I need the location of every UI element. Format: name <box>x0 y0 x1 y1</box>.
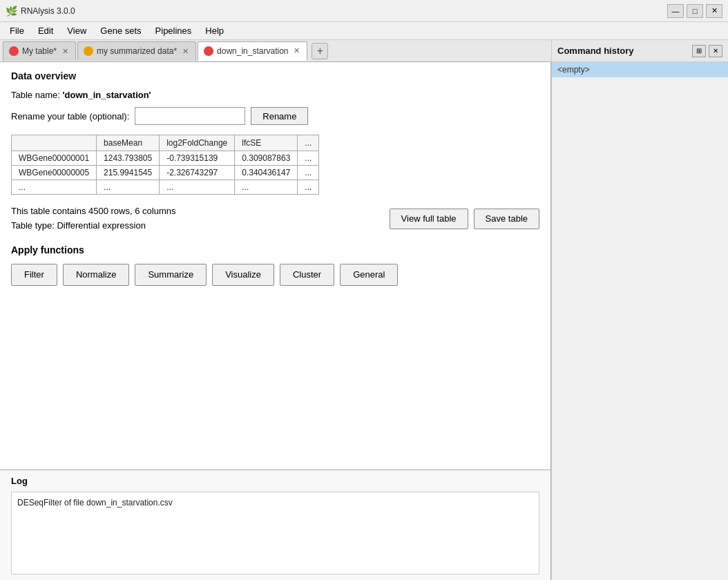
log-content: DESeqFilter of file down_in_starvation.c… <box>11 492 539 574</box>
save-table-button[interactable]: Save table <box>474 209 539 229</box>
content-area: Data overview Table name: 'down_in_starv… <box>0 62 551 580</box>
tab-summarized-label: my summarized data* <box>97 46 177 56</box>
cell-log2fc2: -2.326743297 <box>160 166 235 180</box>
command-history-header: Command history ⊞ ✕ <box>552 40 728 62</box>
filter-button[interactable]: Filter <box>11 264 57 286</box>
table-info-row: This table contains 4500 rows, 6 columns… <box>11 204 539 233</box>
menu-help[interactable]: Help <box>198 24 231 37</box>
cell-basemean1: 1243.793805 <box>97 151 160 166</box>
minimize-button[interactable]: — <box>667 4 684 18</box>
command-history-close-button[interactable]: ✕ <box>709 45 722 57</box>
col-header-empty <box>12 135 97 151</box>
table-row: ... ... ... ... ... <box>12 180 319 195</box>
menu-edit[interactable]: Edit <box>31 24 60 37</box>
cell-more2: ... <box>298 166 319 180</box>
rename-row: Rename your table (optional): Rename <box>11 107 539 125</box>
cell-ellipsis4: ... <box>298 180 319 195</box>
rename-button[interactable]: Rename <box>251 107 308 125</box>
rename-label: Rename your table (optional): <box>11 111 129 122</box>
summarize-button[interactable]: Summarize <box>135 264 207 286</box>
command-history-controls: ⊞ ✕ <box>692 45 722 57</box>
col-header-more: ... <box>298 135 319 151</box>
cluster-button[interactable]: Cluster <box>280 264 334 286</box>
apply-functions-title: Apply functions <box>11 244 539 255</box>
main-layout: My table* ✕ my summarized data* ✕ down_i… <box>0 40 728 580</box>
col-header-log2foldchange: log2FoldChange <box>160 135 235 151</box>
tab-summarized-data[interactable]: my summarized data* ✕ <box>77 41 196 61</box>
tab-starvation-icon <box>204 46 213 56</box>
command-history-panel: Command history ⊞ ✕ <empty> <box>551 40 728 580</box>
table-name-value: 'down_in_starvation' <box>62 90 151 100</box>
app-title: RNAlysis 3.0.0 <box>21 6 667 16</box>
normalize-button[interactable]: Normalize <box>63 264 130 286</box>
window-controls: — □ ✕ <box>667 4 722 18</box>
cell-ellipsis0: ... <box>12 180 97 195</box>
cell-basemean2: 215.9941545 <box>97 166 160 180</box>
tab-starvation-close[interactable]: ✕ <box>292 46 301 55</box>
cell-ellipsis3: ... <box>235 180 298 195</box>
tab-my-table-icon <box>9 46 19 56</box>
data-table: baseMean log2FoldChange lfcSE ... WBGene… <box>11 135 319 195</box>
tab-my-table[interactable]: My table* ✕ <box>3 41 76 61</box>
table-row: WBGene00000001 1243.793805 -0.739315139 … <box>12 151 319 166</box>
log-title: Log <box>11 476 539 486</box>
tab-bar: My table* ✕ my summarized data* ✕ down_i… <box>0 40 551 62</box>
tab-add-button[interactable]: + <box>312 43 328 59</box>
table-row: WBGene00000005 215.9941545 -2.326743297 … <box>12 166 319 180</box>
maximize-button[interactable]: □ <box>687 4 703 18</box>
cell-ellipsis2: ... <box>160 180 235 195</box>
cell-ellipsis1: ... <box>97 180 160 195</box>
menu-view[interactable]: View <box>60 24 93 37</box>
cell-more1: ... <box>298 151 319 166</box>
title-bar: 🌿 RNAlysis 3.0.0 — □ ✕ <box>0 0 728 22</box>
menu-gene-sets[interactable]: Gene sets <box>93 24 148 37</box>
tab-starvation-label: down_in_starvation <box>217 46 288 56</box>
col-header-basemean: baseMean <box>97 135 160 151</box>
table-info-text: This table contains 4500 rows, 6 columns… <box>11 204 175 233</box>
command-history-empty: <empty> <box>552 62 728 77</box>
cell-log2fc1: -0.739315139 <box>160 151 235 166</box>
visualize-button[interactable]: Visualize <box>212 264 274 286</box>
app-icon: 🌿 <box>6 6 17 17</box>
table-type: Table type: Differential expression <box>11 219 175 233</box>
close-button[interactable]: ✕ <box>706 4 722 18</box>
tab-summarized-icon <box>84 46 93 56</box>
table-row-count: This table contains 4500 rows, 6 columns <box>11 204 175 219</box>
function-buttons: Filter Normalize Summarize Visualize Clu… <box>11 264 539 286</box>
menu-file[interactable]: File <box>3 24 31 37</box>
table-actions: View full table Save table <box>390 209 539 229</box>
cell-lfcse2: 0.340436147 <box>235 166 298 180</box>
tab-down-in-starvation[interactable]: down_in_starvation ✕ <box>198 41 307 61</box>
table-name-label: Table name: <box>11 90 60 100</box>
cell-gene2: WBGene00000005 <box>12 166 97 180</box>
command-history-detach-button[interactable]: ⊞ <box>692 45 706 57</box>
data-overview-title: Data overview <box>11 70 539 81</box>
menu-pipelines[interactable]: Pipelines <box>149 24 199 37</box>
menu-bar: File Edit View Gene sets Pipelines Help <box>0 22 728 40</box>
table-name-row: Table name: 'down_in_starvation' <box>11 90 539 100</box>
scroll-container[interactable]: Data overview Table name: 'down_in_starv… <box>0 62 550 470</box>
command-history-title: Command history <box>557 46 634 56</box>
left-panel: My table* ✕ my summarized data* ✕ down_i… <box>0 40 551 580</box>
tab-summarized-close[interactable]: ✕ <box>181 47 190 56</box>
cell-lfcse1: 0.309087863 <box>235 151 298 166</box>
general-button[interactable]: General <box>340 264 398 286</box>
view-full-table-button[interactable]: View full table <box>390 209 468 229</box>
log-section: Log DESeqFilter of file down_in_starvati… <box>0 470 550 580</box>
rename-input[interactable] <box>135 107 245 125</box>
tab-my-table-close[interactable]: ✕ <box>61 47 70 56</box>
tab-my-table-label: My table* <box>22 46 57 56</box>
col-header-lfcse: lfcSE <box>235 135 298 151</box>
cell-gene1: WBGene00000001 <box>12 151 97 166</box>
